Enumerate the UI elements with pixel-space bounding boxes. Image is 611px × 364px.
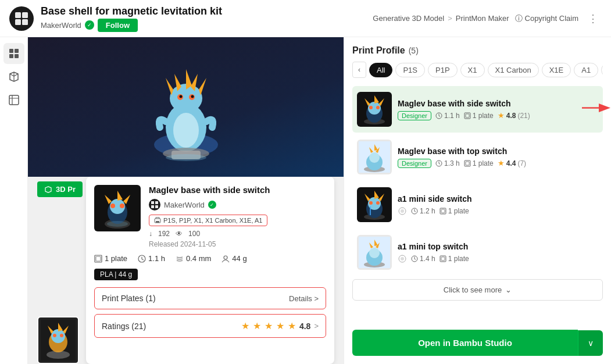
ratings-chevron: >: [314, 322, 319, 330]
dragon-art: [122, 46, 250, 168]
print-profile-title: Print Profile: [352, 45, 405, 56]
thumbnail-small[interactable]: [37, 316, 79, 364]
breadcrumb: Generative 3D Model > PrintMon Maker: [373, 14, 509, 23]
breadcrumb-2[interactable]: PrintMon Maker: [456, 14, 509, 23]
open-studio-row: Open in Bambu Studio ∨: [352, 330, 603, 356]
print-profile-header: Print Profile (5): [352, 45, 603, 56]
tab-x1e[interactable]: X1E: [542, 63, 571, 77]
profile-item-3[interactable]: a1 mini side switch 1.2 h 1 plate: [352, 181, 603, 228]
sidebar-icon-3d[interactable]: [3, 66, 24, 87]
svg-point-30: [110, 204, 115, 208]
svg-point-78: [401, 257, 404, 260]
box-icon: [8, 94, 20, 106]
profile-item-2[interactable]: Maglev base with top switch Designer 1.3…: [352, 134, 603, 180]
open-studio-button[interactable]: Open in Bambu Studio: [352, 330, 578, 356]
rating-val-2: 4.4: [506, 159, 516, 167]
print-time: 1.1 h: [148, 254, 165, 263]
tab-x1[interactable]: X1: [460, 63, 485, 77]
profile-info-4: a1 mini top switch 1.4 h 1 plate: [398, 242, 598, 263]
svg-rect-5: [15, 49, 19, 53]
more-menu-button[interactable]: ⋮: [584, 11, 602, 26]
weight: 44 g: [232, 254, 246, 263]
tab-x1-carbon[interactable]: X1 Carbon: [488, 63, 539, 77]
card-author-verified: ✓: [208, 201, 216, 209]
tags-box[interactable]: P1S, P1P, X1, X1 Carbon, X1E, A1: [149, 215, 267, 226]
cube-icon: [8, 48, 20, 59]
svg-rect-8: [9, 95, 19, 105]
svg-point-69: [401, 209, 404, 213]
svg-rect-36: [155, 205, 158, 208]
verified-badge: ✓: [85, 20, 94, 30]
see-more-chevron-icon: ⌄: [505, 286, 512, 294]
plate-icon: [94, 255, 102, 263]
svg-rect-81: [441, 257, 445, 260]
profile-thumb-2: [357, 140, 392, 174]
clock-icon-4: [411, 255, 418, 262]
profile-name-3: a1 mini side switch: [398, 194, 598, 204]
arrow-indicator: [582, 99, 611, 117]
clock-icon: [138, 255, 146, 263]
rating-count-1: (21): [517, 112, 530, 120]
main-area: 3D Pr: [0, 37, 611, 364]
tab-prev-arrow[interactable]: ‹: [352, 62, 366, 78]
svg-rect-72: [441, 209, 445, 213]
tab-p1s[interactable]: P1S: [395, 63, 425, 77]
3d-icon: [8, 70, 20, 83]
sidebar-icon-cube[interactable]: [3, 43, 24, 64]
plate-icon-2: [464, 160, 471, 167]
profile-name-1: Maglev base with side switch: [398, 99, 598, 108]
tab-p1p[interactable]: P1P: [428, 63, 458, 77]
see-more-button[interactable]: Click to see more ⌄: [352, 279, 603, 301]
svg-rect-80: [440, 256, 446, 262]
thumb-3-icon: [359, 189, 390, 220]
svg-point-32: [107, 221, 128, 227]
thumb-2-icon: [359, 141, 390, 173]
printer-icon: [154, 217, 161, 224]
plate-info-1: 1 plate: [464, 112, 494, 120]
header: Base shell for magnetic levitation kit M…: [0, 0, 611, 37]
star-5: ★: [288, 320, 296, 331]
svg-point-57: [369, 152, 380, 163]
right-panel: Print Profile (5) ‹ All P1S P1P X1 X1 Ca…: [344, 37, 611, 364]
left-sidebar: [0, 37, 28, 364]
tab-all[interactable]: All: [369, 63, 392, 77]
view-count: 100: [188, 230, 200, 238]
profile-time-2: 1.3 h: [444, 159, 460, 167]
star-1: ★: [241, 320, 249, 331]
card-metrics: 1 plate 1.1 h 0.4 mm: [94, 254, 326, 263]
ratings-row[interactable]: Ratings (21) ★ ★ ★ ★ ★ 4.8 >: [94, 314, 326, 338]
svg-rect-4: [9, 49, 13, 53]
details-link[interactable]: Details >: [289, 294, 319, 303]
tab-a1[interactable]: A1: [574, 63, 598, 77]
profile-item-1[interactable]: Maglev base with side switch Designer 1.…: [352, 86, 603, 133]
profile-info-2: Maglev base with top switch Designer 1.3…: [398, 147, 598, 168]
layer-metric: 0.4 mm: [176, 254, 211, 263]
selected-arrow: [582, 99, 611, 120]
3d-button-label: 3D Pr: [56, 185, 76, 194]
star-2: ★: [253, 320, 261, 331]
svg-rect-0: [15, 12, 21, 18]
svg-point-19: [166, 154, 206, 161]
svg-rect-71: [440, 208, 446, 214]
profile-time-4: 1.4 h: [420, 255, 435, 263]
cube-small-icon: [44, 185, 52, 194]
svg-point-42: [224, 256, 227, 259]
sidebar-icon-box[interactable]: [3, 90, 24, 110]
maker-icon: [151, 201, 159, 209]
card-info: Maglev base with side switch MakerWorld …: [149, 185, 326, 248]
svg-point-15: [191, 95, 194, 98]
follow-button[interactable]: Follow: [98, 19, 138, 32]
clock-small-icon: [435, 112, 442, 119]
print-plates-row[interactable]: Print Plates (1) Details >: [94, 287, 326, 309]
rating-count-2: (7): [517, 159, 526, 167]
profile-list: Maglev base with side switch Designer 1.…: [352, 86, 603, 325]
clock-icon-2: [435, 160, 442, 167]
tab-a1-mini[interactable]: A1 mini: [601, 63, 603, 77]
open-studio-dropdown-button[interactable]: ∨: [578, 330, 603, 356]
copyright-label: Copyright Claim: [525, 14, 578, 23]
svg-rect-2: [15, 19, 21, 25]
clock-icon-3: [411, 208, 418, 215]
3d-print-button[interactable]: 3D Pr: [37, 181, 83, 197]
profile-item-4[interactable]: a1 mini top switch 1.4 h 1 plate: [352, 229, 603, 276]
copyright-link[interactable]: ⓘ Copyright Claim: [515, 13, 578, 24]
